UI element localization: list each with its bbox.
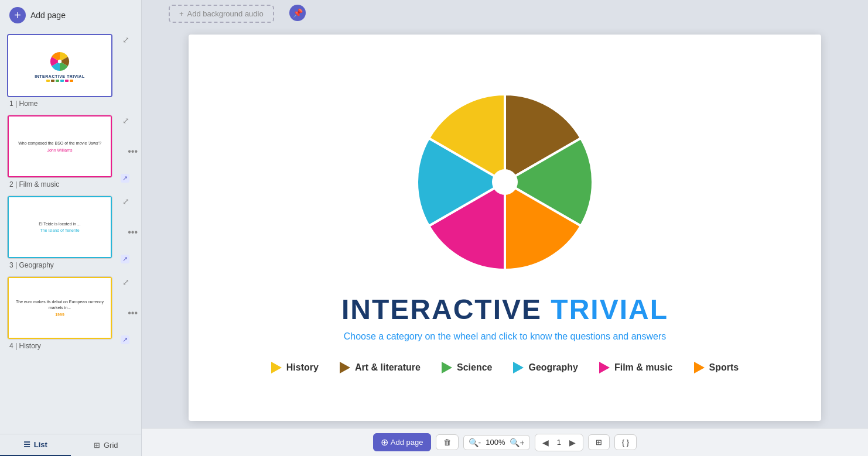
slide-item-1[interactable]: ⤢ INTERACTIVE TRIVIAL <box>0 30 141 111</box>
trash-icon: 🗑 <box>443 438 451 447</box>
science-arrow-icon <box>442 362 452 373</box>
category-art-label: Art & literature <box>355 362 421 373</box>
zoom-in-icon: 🔍+ <box>510 438 524 447</box>
bottom-bar: ⊕ Add page 🗑 🔍- 100% 🔍+ ◀ <box>142 428 868 456</box>
next-icon: ▶ <box>569 438 576 447</box>
add-page-icon: + <box>9 7 26 23</box>
zoom-value: 100% <box>483 438 507 447</box>
expand-icon-1[interactable]: ⤢ <box>122 35 129 44</box>
delete-button[interactable]: 🗑 <box>436 434 459 450</box>
list-icon: ☰ <box>23 440 30 449</box>
slide-item-4[interactable]: ⤢ ••• The euro makes its debut on Europe… <box>0 273 141 354</box>
category-geography[interactable]: Geography <box>513 362 577 373</box>
more-icon-4[interactable]: ••• <box>128 308 138 318</box>
slide-label-4: 4 | History <box>9 342 134 350</box>
slide-item-2[interactable]: ⤢ ••• Who composed the BSO of the movie … <box>0 111 141 192</box>
category-geography-label: Geography <box>528 362 577 373</box>
category-film[interactable]: Film & music <box>599 362 673 373</box>
prev-icon: ◀ <box>542 438 549 447</box>
thumb-home: INTERACTIVE TRIVIAL <box>8 35 111 96</box>
bottom-plus-icon: ⊕ <box>381 437 388 448</box>
slide-canvas: INTERACTIVE TRIVIAL Choose a category on… <box>189 35 821 421</box>
title-word1: INTERACTIVE <box>341 294 542 325</box>
film-arrow-icon <box>599 362 610 373</box>
tab-list[interactable]: ☰ List <box>0 434 71 456</box>
fit-screen-button[interactable]: ⊞ <box>588 434 610 450</box>
fit-screen-icon: ⊞ <box>596 438 602 447</box>
mini-categories <box>46 80 73 82</box>
canvas-toolbar: 📌 + Add background audio <box>142 0 868 28</box>
mini-wheel-svg <box>48 50 71 73</box>
mini-title: INTERACTIVE TRIVIAL <box>35 74 84 78</box>
category-science[interactable]: Science <box>442 362 492 373</box>
prev-page-button[interactable]: ◀ <box>540 437 551 448</box>
category-history[interactable]: History <box>271 362 319 373</box>
slide2-answer: John Williams <box>47 148 72 152</box>
main-wheel-svg <box>405 83 604 282</box>
tab-grid[interactable]: ⊞ Grid <box>71 434 142 456</box>
next-page-button[interactable]: ▶ <box>567 437 578 448</box>
sports-arrow-icon <box>694 362 705 373</box>
zoom-out-button[interactable]: 🔍- <box>469 438 481 447</box>
svg-point-1 <box>492 169 518 195</box>
code-icon: { } <box>622 438 629 447</box>
categories-row: History Art & literature Science <box>271 362 739 373</box>
svg-point-0 <box>58 59 61 63</box>
main-title: INTERACTIVE TRIVIAL <box>341 293 668 325</box>
wheel-container <box>405 83 604 282</box>
slide-thumb-2: Who composed the BSO of the movie 'Jaws'… <box>7 115 112 178</box>
more-icon-3[interactable]: ••• <box>128 227 138 238</box>
add-audio-label: Add background audio <box>187 9 264 18</box>
tab-list-label: List <box>34 440 47 449</box>
slide-thumb-3: El Teide is located in ... The Island of… <box>7 196 112 259</box>
geography-arrow-icon <box>513 362 524 373</box>
slide3-answer: The Island of Tenerife <box>40 228 79 232</box>
slide-label-3: 3 | Geography <box>9 261 134 269</box>
add-background-audio-button[interactable]: + Add background audio <box>169 5 274 23</box>
page-navigation: ◀ 1 ▶ <box>535 434 583 451</box>
category-history-label: History <box>286 362 319 373</box>
link-icon-3: ↗ <box>121 255 129 263</box>
sidebar: + Add page ⤢ <box>0 0 142 456</box>
slide-label-2: 2 | Film & music <box>9 180 134 188</box>
thumb-history: The euro makes its debut on European cur… <box>8 277 112 339</box>
link-icon-4: ↗ <box>121 335 129 344</box>
expand-icon-2[interactable]: ⤢ <box>122 116 129 125</box>
pin-icon: 📌 <box>289 5 306 21</box>
expand-icon-4[interactable]: ⤢ <box>122 277 129 287</box>
art-arrow-icon <box>340 362 350 373</box>
canvas-area: 📌 + Add background audio <box>142 0 868 456</box>
category-sports[interactable]: Sports <box>694 362 739 373</box>
slide-thumb-1: INTERACTIVE TRIVIAL <box>7 34 112 97</box>
tab-grid-label: Grid <box>104 441 118 450</box>
slide2-question: Who composed the BSO of the movie 'Jaws'… <box>18 140 101 146</box>
category-art[interactable]: Art & literature <box>340 362 421 373</box>
sidebar-header: + Add page <box>0 0 141 30</box>
grid-icon: ⊞ <box>94 441 100 450</box>
bottom-add-page-button[interactable]: ⊕ Add page <box>373 433 431 451</box>
add-page-label: Add page <box>30 11 66 20</box>
slide3-question: El Teide is located in ... <box>39 222 80 226</box>
link-icon-2: ↗ <box>121 174 129 183</box>
category-science-label: Science <box>457 362 492 373</box>
zoom-control: 🔍- 100% 🔍+ <box>463 435 530 450</box>
category-film-label: Film & music <box>614 362 673 373</box>
code-view-button[interactable]: { } <box>614 434 637 450</box>
slide-item-3[interactable]: ⤢ ••• El Teide is located in ... The Isl… <box>0 192 141 273</box>
category-sports-label: Sports <box>709 362 739 373</box>
zoom-in-button[interactable]: 🔍+ <box>510 438 524 447</box>
slide4-answer: 1999 <box>55 313 64 317</box>
expand-icon-3[interactable]: ⤢ <box>122 197 129 206</box>
sidebar-tabs: ☰ List ⊞ Grid <box>0 434 141 456</box>
slide-label-1: 1 | Home <box>9 100 134 108</box>
thumb-film: Who composed the BSO of the movie 'Jaws'… <box>8 115 112 177</box>
thumb-geo: El Teide is located in ... The Island of… <box>8 196 112 258</box>
slide-thumb-4: The euro makes its debut on European cur… <box>7 276 112 340</box>
title-word2: TRIVIAL <box>551 294 668 325</box>
more-icon-2[interactable]: ••• <box>128 146 138 157</box>
zoom-out-icon: 🔍- <box>469 438 481 447</box>
page-number: 1 <box>553 438 565 447</box>
add-page-button[interactable]: + Add page <box>9 7 66 23</box>
history-arrow-icon <box>271 362 282 373</box>
plus-icon: + <box>179 9 184 18</box>
